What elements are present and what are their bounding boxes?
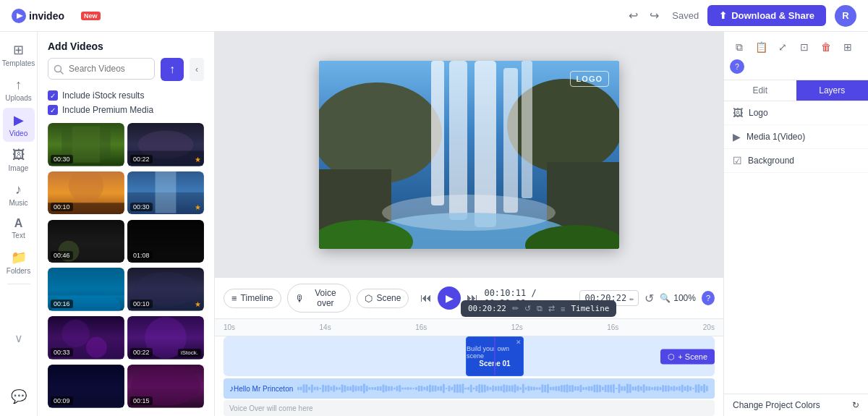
layer-item-background[interactable]: ☑ Background <box>724 149 868 173</box>
rp-info-button[interactable]: ? <box>730 59 744 74</box>
download-share-button[interactable]: ⬆ Download & Share <box>707 5 826 26</box>
zoom-control: 🔍 100% <box>660 293 696 303</box>
video-thumb-2[interactable]: 00:10 <box>48 171 124 215</box>
audio-track[interactable]: ♪ Hello Mr Princeton <box>224 378 715 399</box>
rp-delete-button[interactable]: 🗑 <box>817 38 835 56</box>
user-avatar-button[interactable]: R <box>835 5 856 27</box>
svg-rect-140 <box>545 385 547 392</box>
sidebar-item-music[interactable]: ♪ Music <box>3 178 35 211</box>
layer-item-logo[interactable]: 🖼 Logo <box>724 101 868 125</box>
rp-paste-button[interactable]: 📋 <box>752 38 770 56</box>
refresh-button[interactable]: ↺ <box>644 292 654 305</box>
include-premium-checkbox[interactable]: ✓ Include Premium Media <box>38 103 214 117</box>
video-thumb-8[interactable]: 00:33 <box>48 316 124 360</box>
sidebar-item-folders[interactable]: 📁 Folders <box>3 245 35 279</box>
svg-rect-128 <box>511 386 514 392</box>
voiceover-track[interactable]: Voice Over will come here <box>224 400 715 416</box>
play-button[interactable]: ▶ <box>438 286 461 310</box>
rp-grid-button[interactable]: ⊞ <box>838 38 857 56</box>
tab-edit[interactable]: Edit <box>724 80 796 101</box>
sidebar-item-templates[interactable]: ⊞ Templates <box>3 38 35 72</box>
scene-mode-button[interactable]: ⬡ Scene <box>357 289 409 308</box>
ruler-mark-3: 12s <box>511 323 523 331</box>
new-badge: New <box>81 12 101 20</box>
svg-rect-159 <box>597 385 599 393</box>
svg-rect-7 <box>72 127 100 163</box>
change-project-colors[interactable]: Change Project Colors ↻ <box>724 394 868 416</box>
timeline-help-button[interactable]: ? <box>702 291 715 305</box>
svg-rect-67 <box>344 385 346 391</box>
voiceover-label: Voice over <box>308 288 344 308</box>
sidebar-item-image[interactable]: 🖼 Image <box>3 143 35 177</box>
svg-rect-165 <box>613 384 615 393</box>
svg-rect-80 <box>380 386 382 391</box>
svg-rect-127 <box>509 386 511 391</box>
video-thumb-6[interactable]: 00:16 <box>48 268 124 311</box>
svg-rect-53 <box>306 384 308 393</box>
svg-rect-95 <box>421 386 423 391</box>
undo-button[interactable]: ↩ <box>624 6 642 25</box>
scene-popup-edit-icon[interactable]: ✏ <box>512 304 519 313</box>
thumb-time-4: 00:46 <box>51 251 73 260</box>
video-track[interactable]: Build your own scene Scene 01 ✕ ⬡ + Scen… <box>224 336 715 376</box>
video-thumb-4[interactable]: 00:46 <box>48 220 124 263</box>
sidebar-item-uploads[interactable]: ↑ Uploads <box>3 73 35 106</box>
svg-rect-180 <box>654 386 656 390</box>
svg-rect-72 <box>358 386 360 391</box>
video-thumb-0[interactable]: 00:30 <box>48 123 124 166</box>
search-input[interactable] <box>48 58 155 80</box>
svg-rect-155 <box>585 387 587 390</box>
rp-crop-button[interactable]: ⊡ <box>795 38 814 56</box>
svg-rect-173 <box>635 386 637 391</box>
sidebar-item-text[interactable]: A Text <box>3 213 35 244</box>
video-thumb-9[interactable]: 00:22 iStock. <box>127 316 204 360</box>
center-area: LOGO ≡ Timeline 🎙 Voice over ⬡ Scene <box>215 32 723 416</box>
svg-rect-187 <box>673 386 676 391</box>
add-scene-button[interactable]: ⬡ + Scene <box>660 349 715 364</box>
skip-back-button[interactable]: ⏮ <box>420 292 432 305</box>
scene-popup-copy-icon[interactable]: ⧉ <box>537 304 542 313</box>
upload-button[interactable]: ↑ <box>161 58 184 81</box>
video-thumb-10[interactable]: 00:09 <box>48 365 124 408</box>
video-thumb-1[interactable]: 00:22 ★ <box>127 123 204 166</box>
scene-close-button[interactable]: ✕ <box>516 339 522 346</box>
voiceover-button[interactable]: 🎙 Voice over <box>287 284 352 313</box>
thumb-time-0: 00:30 <box>51 155 73 164</box>
sidebar-more-button[interactable]: ∨ <box>14 331 23 345</box>
svg-rect-77 <box>372 387 374 390</box>
video-thumb-11[interactable]: 00:15 <box>127 365 204 408</box>
collapse-panel-button[interactable]: ‹ <box>190 58 204 81</box>
ruler-mark-5: 20s <box>703 323 715 331</box>
rp-copy-button[interactable]: ⧉ <box>730 38 749 56</box>
tab-layers[interactable]: Layers <box>796 80 869 101</box>
include-istock-checkbox[interactable]: ✓ Include iStock results <box>38 88 214 103</box>
svg-rect-55 <box>311 384 313 392</box>
svg-rect-138 <box>539 387 541 389</box>
svg-rect-99 <box>432 386 434 392</box>
video-thumb-5[interactable]: 01:08 <box>127 220 204 263</box>
thumb-time-5: 01:08 <box>130 251 153 260</box>
timeline-button[interactable]: ≡ Timeline <box>224 289 281 308</box>
sidebar-item-video[interactable]: ▶ Video <box>3 108 35 142</box>
sidebar-label-image: Image <box>9 164 29 172</box>
svg-rect-98 <box>429 385 431 393</box>
scene-popup-refresh-icon[interactable]: ↺ <box>524 304 531 313</box>
redo-button[interactable]: ↪ <box>645 6 663 25</box>
scene-popup-timeline-icon[interactable]: ≡ <box>561 305 565 313</box>
svg-rect-110 <box>462 384 464 394</box>
search-row: ↑ ‹ <box>38 58 214 88</box>
video-thumb-3[interactable]: 00:30 ★ <box>127 171 204 215</box>
sidebar-chat-button[interactable]: 💬 <box>11 389 27 410</box>
rp-resize-button[interactable]: ⤢ <box>773 38 792 56</box>
layer-item-media1[interactable]: ▶ Media 1(Video) <box>724 125 868 149</box>
topbar: invideo New ↩ ↪ Saved ⬆ Download & Share… <box>0 0 868 32</box>
svg-rect-87 <box>399 385 401 391</box>
svg-rect-112 <box>467 387 469 390</box>
scene-popup-move-icon[interactable]: ⇄ <box>548 304 555 313</box>
svg-rect-86 <box>396 386 399 391</box>
svg-rect-183 <box>663 385 665 391</box>
video-thumb-7[interactable]: 00:10 ★ <box>127 268 204 311</box>
timeline-icon: ≡ <box>231 293 237 304</box>
svg-rect-79 <box>377 386 379 391</box>
waveform-visual <box>297 383 709 394</box>
